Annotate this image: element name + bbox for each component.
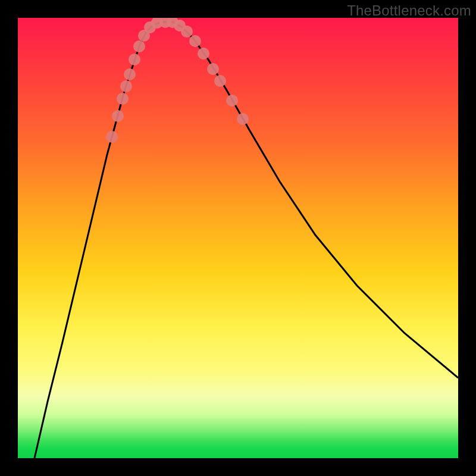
data-point [129, 54, 140, 65]
data-point [207, 63, 219, 75]
data-point [198, 48, 209, 60]
chart-svg [18, 18, 458, 458]
data-point [226, 95, 238, 107]
data-point [189, 35, 201, 47]
data-point [214, 75, 226, 87]
data-point [117, 93, 129, 105]
bottleneck-curve [35, 22, 458, 458]
data-point [120, 80, 132, 92]
data-point [133, 40, 145, 52]
data-point [112, 110, 124, 122]
data-point [106, 131, 118, 143]
data-point [181, 26, 193, 37]
chart-frame [18, 18, 458, 458]
data-point [124, 68, 136, 80]
data-point [237, 113, 249, 125]
watermark-text: TheBottleneck.com [347, 2, 471, 19]
